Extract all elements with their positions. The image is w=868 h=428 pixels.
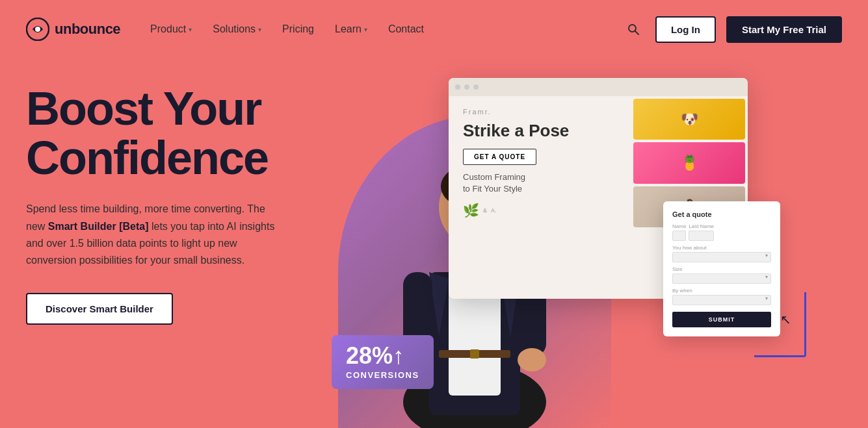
product-chevron-icon: ▾ [189, 26, 192, 33]
form-mockup: Get a quote Name Last Name You how about… [663, 201, 780, 336]
conversion-badge: 28%↑ CONVERSIONS [332, 335, 434, 389]
hero-visual: 28%↑ CONVERSIONS Framr. Strike a Pose GE… [299, 71, 842, 428]
hero-section: Boost Your Confidence Spend less time bu… [0, 58, 868, 428]
nav-contact[interactable]: Contact [379, 18, 433, 40]
nav-pricing[interactable]: Pricing [273, 18, 323, 40]
svg-line-3 [635, 31, 638, 35]
nav-solutions[interactable]: Solutions ▾ [204, 18, 270, 40]
nav-right: Log In Start My Free Trial [622, 16, 842, 43]
logo[interactable]: unbounce [26, 18, 120, 41]
mockup-subtext-extra: A. [491, 207, 497, 214]
form-how-label: You how about [672, 245, 771, 251]
unbounce-logo-icon [26, 18, 49, 41]
form-lastname-input[interactable] [689, 231, 714, 241]
form-name-label: Name [672, 223, 686, 229]
form-lastname-label: Last Name [689, 223, 714, 229]
hero-description: Spend less time building, more time conv… [26, 201, 280, 270]
conversion-label: CONVERSIONS [346, 370, 419, 380]
form-title: Get a quote [672, 210, 771, 218]
nav-product[interactable]: Product ▾ [141, 18, 201, 40]
form-submit-button[interactable]: SUBMIT [672, 312, 771, 327]
discover-button[interactable]: Discover Smart Builder [26, 293, 173, 325]
photo-cell-pug: 🐶 [633, 99, 745, 140]
search-button[interactable] [622, 18, 645, 41]
nav-learn[interactable]: Learn ▾ [326, 18, 376, 40]
trial-button[interactable]: Start My Free Trial [726, 16, 842, 43]
photo-cell-pineapple: 🍍 [633, 142, 745, 183]
ampersand-decoration: & [483, 207, 487, 214]
mockup-cta-button[interactable]: GET A QUOTE [463, 149, 536, 165]
hero-content: Boost Your Confidence Spend less time bu… [26, 71, 299, 428]
form-size-select[interactable] [672, 273, 771, 284]
browser-dot-red [455, 84, 460, 90]
solutions-chevron-icon: ▾ [258, 26, 261, 33]
cursor-icon: ↖ [780, 312, 791, 327]
svg-rect-8 [470, 349, 479, 359]
svg-point-1 [35, 27, 40, 32]
plant-icon: 🌿 [463, 203, 479, 218]
nav-links: Product ▾ Solutions ▾ Pricing Learn ▾ Co… [141, 18, 433, 40]
learn-chevron-icon: ▾ [364, 26, 367, 33]
search-icon [627, 23, 640, 36]
browser-bar [449, 78, 748, 96]
navbar: unbounce Product ▾ Solutions ▾ Pricing L… [0, 0, 868, 58]
form-when-label: By when [672, 288, 771, 294]
form-how-select[interactable] [672, 252, 771, 262]
browser-dot-yellow [464, 84, 469, 90]
hero-title: Boost Your Confidence [26, 84, 299, 183]
form-name-row: Name Last Name [672, 223, 771, 241]
svg-point-22 [518, 348, 546, 371]
form-name-input[interactable] [672, 231, 686, 241]
browser-dot-green [473, 84, 479, 90]
nav-left: unbounce Product ▾ Solutions ▾ Pricing L… [26, 18, 433, 41]
form-when-select[interactable] [672, 295, 771, 305]
brand-name: unbounce [55, 21, 120, 38]
login-button[interactable]: Log In [655, 16, 716, 43]
conversion-percentage: 28%↑ [346, 344, 419, 368]
form-size-label: Size [672, 266, 771, 272]
